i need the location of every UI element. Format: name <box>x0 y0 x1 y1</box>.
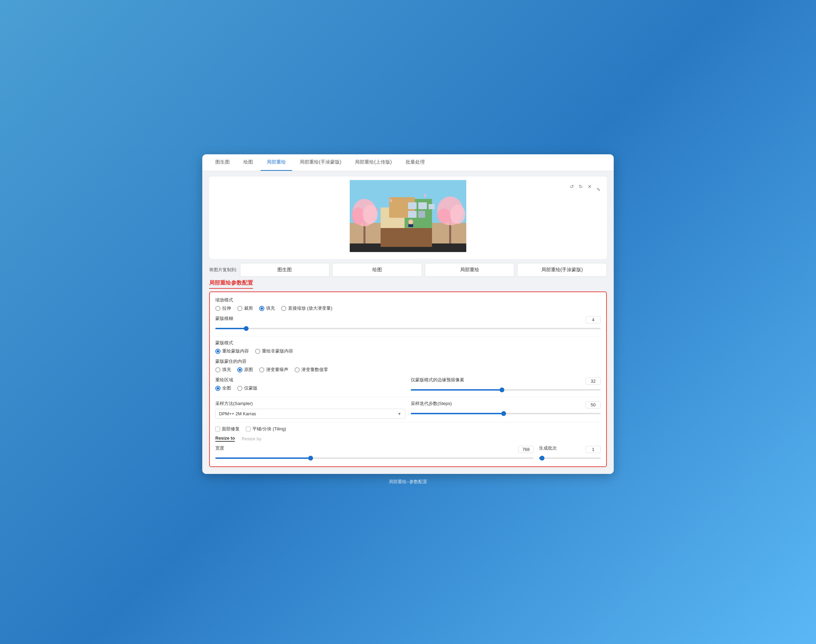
svg-rect-11 <box>429 204 435 209</box>
radio-mask-only-label: 仅蒙版 <box>244 385 257 391</box>
width-thumb[interactable] <box>308 456 313 460</box>
radio-crop-circle <box>237 306 242 311</box>
copy-to-inpaint-hand[interactable]: 局部重绘(手涂蒙版) <box>517 263 607 277</box>
divider-1 <box>215 336 601 336</box>
radio-content-fill[interactable]: 填充 <box>215 366 231 373</box>
face-repair-label: 面部修复 <box>222 426 240 432</box>
mask-edge-value[interactable]: 32 <box>586 377 601 385</box>
radio-content-fill-label: 填充 <box>222 366 231 373</box>
copy-to-txt2img[interactable]: 图生图 <box>240 263 330 277</box>
radio-repaint-mask-label: 重绘蒙版内容 <box>222 348 249 354</box>
radio-full-image[interactable]: 全图 <box>215 385 231 391</box>
steps-slider[interactable] <box>411 410 601 417</box>
tab-draw[interactable]: 绘图 <box>237 154 259 171</box>
radio-content-original[interactable]: 原图 <box>237 366 253 373</box>
batch-col: 生成批次 1 <box>539 445 601 462</box>
tab-inpaint-upload[interactable]: 局部重绘(上传版) <box>349 154 398 171</box>
svg-rect-6 <box>381 228 432 247</box>
sampler-col: 采样方法(Sampler) DPM++ 2M Karras ▼ <box>215 400 405 419</box>
resize-by-button[interactable]: Resize by <box>242 436 261 441</box>
mask-edge-col: 仅蒙版模式的边缘预留像素 32 <box>411 377 601 393</box>
width-value[interactable]: 768 <box>518 446 533 453</box>
config-panel: 缩放模式 拉伸 裁剪 填充 <box>209 291 607 467</box>
scale-mode-options: 拉伸 裁剪 填充 直接缩放 (放大潜变量) <box>215 305 601 311</box>
redraw-area-row: 重绘区域 全图 仅蒙版 仅蒙版模式的边缘预留像素 <box>215 377 601 393</box>
mask-blur-label: 蒙版模糊 <box>215 316 233 322</box>
radio-content-original-circle <box>237 367 242 373</box>
steps-value[interactable]: 50 <box>586 401 601 408</box>
tab-batch[interactable]: 批量处理 <box>400 154 431 171</box>
copy-to-inpaint[interactable]: 局部重绘 <box>425 263 514 277</box>
steps-track <box>411 413 601 414</box>
width-label: 宽度 <box>215 445 224 451</box>
edit-icon[interactable]: ✎ <box>595 186 602 193</box>
radio-crop-label: 裁剪 <box>244 305 253 311</box>
batch-value[interactable]: 1 <box>586 446 601 453</box>
radio-repaint-mask[interactable]: 重绘蒙版内容 <box>215 348 249 354</box>
mask-edge-thumb[interactable] <box>499 388 504 392</box>
svg-rect-9 <box>408 211 416 218</box>
radio-fill[interactable]: 填充 <box>259 305 275 311</box>
radio-content-noise[interactable]: 潜变量噪声 <box>259 366 288 373</box>
checkbox-row: 面部修复 平铺/分块 (Tiling) <box>215 426 601 432</box>
radio-stretch[interactable]: 拉伸 <box>215 305 231 311</box>
radio-direct-circle <box>281 306 286 311</box>
tiling-box <box>246 426 251 431</box>
mask-mode-label: 蒙版模式 <box>215 340 601 346</box>
mask-blur-thumb[interactable] <box>244 326 249 331</box>
main-window: 图生图 绘图 局部重绘 局部重绘(手涂蒙版) 局部重绘(上传版) 批量处理 ↺ … <box>202 154 614 474</box>
radio-full-image-circle <box>215 386 220 391</box>
face-repair-checkbox[interactable]: 面部修复 <box>215 426 240 432</box>
radio-mask-only[interactable]: 仅蒙版 <box>237 385 257 391</box>
tiling-checkbox[interactable]: 平铺/分块 (Tiling) <box>246 426 286 432</box>
dropdown-arrow-icon: ▼ <box>397 411 401 416</box>
sampler-dropdown[interactable]: DPM++ 2M Karras ▼ <box>215 409 405 419</box>
radio-repaint-non-mask[interactable]: 重绘非蒙版内容 <box>255 348 293 354</box>
radio-mask-only-circle <box>237 386 242 391</box>
width-fill <box>215 457 311 459</box>
batch-slider[interactable] <box>539 455 601 462</box>
mask-edge-track <box>411 389 601 391</box>
tiling-label: 平铺/分块 (Tiling) <box>253 426 286 432</box>
mask-blur-slider[interactable] <box>215 325 601 332</box>
steps-thumb[interactable] <box>501 411 506 416</box>
mask-content-label: 蒙版蒙住的内容 <box>215 358 601 365</box>
tab-txt2img[interactable]: 图生图 <box>209 154 236 171</box>
mask-blur-value[interactable]: 4 <box>586 316 601 324</box>
tab-inpaint-hand[interactable]: 局部重绘(手涂蒙版) <box>294 154 347 171</box>
redraw-area-options: 全图 仅蒙版 <box>215 385 405 391</box>
svg-point-19 <box>450 205 465 224</box>
radio-content-original-label: 原图 <box>244 366 253 373</box>
width-slider[interactable] <box>215 455 533 462</box>
mask-blur-fill <box>215 328 246 329</box>
section-title: 局部重绘参数配置 <box>209 279 253 289</box>
steps-fill <box>411 413 504 414</box>
radio-stretch-label: 拉伸 <box>222 305 231 311</box>
radio-crop[interactable]: 裁剪 <box>237 305 253 311</box>
mask-edge-slider[interactable] <box>411 386 601 393</box>
mask-content-options: 填充 原图 潜变量噪声 潜变量数值零 <box>215 366 601 373</box>
batch-thumb[interactable] <box>540 456 545 460</box>
tab-inpaint[interactable]: 局部重绘 <box>260 154 292 171</box>
scale-mode-label: 缩放模式 <box>215 297 601 303</box>
undo-icon[interactable]: ↺ <box>568 183 575 190</box>
footer: 局部重绘–参数配置 <box>384 474 432 490</box>
redo-icon[interactable]: ↻ <box>577 183 584 190</box>
mask-edge-label: 仅蒙版模式的边缘预留像素 <box>411 377 464 383</box>
svg-rect-7 <box>408 202 416 209</box>
mask-blur-track <box>215 328 601 329</box>
resize-to-button[interactable]: Resize to <box>215 435 235 442</box>
sampler-value: DPM++ 2M Karras <box>219 411 256 416</box>
copy-to-draw[interactable]: 绘图 <box>332 263 422 277</box>
svg-point-18 <box>437 209 451 224</box>
radio-repaint-mask-circle <box>215 349 220 354</box>
radio-content-zero[interactable]: 潜变量数值零 <box>294 366 328 373</box>
width-batch-row: 宽度 768 生成批次 1 <box>215 445 601 462</box>
radio-content-zero-label: 潜变量数值零 <box>302 366 328 373</box>
width-col: 宽度 768 <box>215 445 533 462</box>
image-toolbar: ↺ ↻ ✕ ✎ <box>568 180 602 193</box>
close-icon[interactable]: ✕ <box>586 183 593 190</box>
svg-rect-21 <box>408 224 413 227</box>
radio-direct-scale[interactable]: 直接缩放 (放大潜变量) <box>281 305 332 311</box>
svg-rect-10 <box>418 211 425 218</box>
